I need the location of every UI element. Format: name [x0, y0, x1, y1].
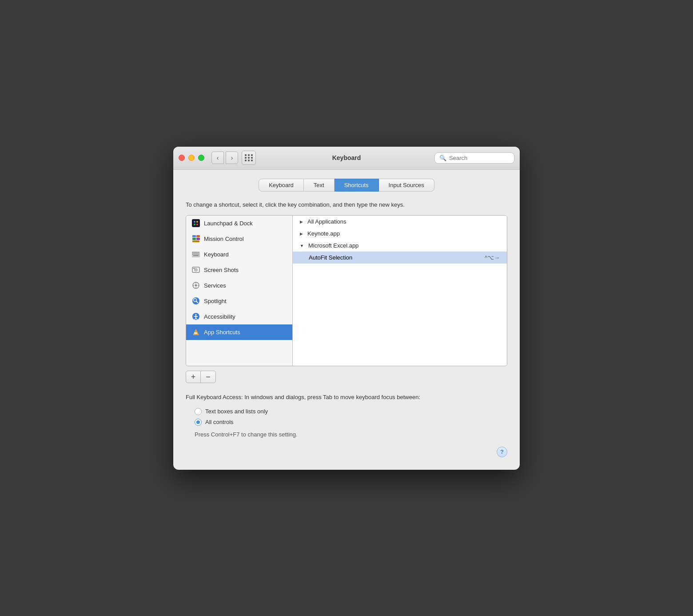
- content-area: Keyboard Text Shortcuts Input Sources To…: [173, 170, 520, 470]
- keyboard-icon: [191, 250, 200, 259]
- sidebar-item-app-shortcuts[interactable]: ✏ App Shortcuts: [186, 324, 292, 340]
- row-autofit-selection[interactable]: AutoFit Selection ^⌥→: [293, 252, 507, 264]
- tab-shortcuts[interactable]: Shortcuts: [335, 179, 379, 192]
- collapse-icon-all-apps: ▶: [300, 220, 303, 224]
- svg-point-1: [194, 221, 195, 223]
- radio-text-boxes[interactable]: Text boxes and lists only: [186, 406, 507, 417]
- sidebar-label-mission-control: Mission Control: [204, 236, 244, 242]
- right-panel: ▶ All Applications ▶ Keynote.app ▼ Micro…: [293, 216, 507, 366]
- launchpad-icon: [191, 219, 200, 228]
- svg-point-3: [194, 224, 195, 225]
- forward-button[interactable]: ›: [226, 152, 238, 164]
- tab-text[interactable]: Text: [304, 179, 335, 192]
- sidebar-item-screenshots[interactable]: Screen Shots: [186, 262, 292, 278]
- svg-rect-7: [192, 238, 196, 240]
- svg-rect-11: [192, 252, 193, 253]
- svg-rect-13: [195, 252, 196, 253]
- collapse-icon-keynote: ▶: [300, 232, 303, 236]
- keyboard-access-note: Press Control+F7 to change this setting.: [186, 431, 507, 438]
- add-button[interactable]: +: [186, 371, 201, 383]
- keyboard-preferences-window: ‹ › Keyboard 🔍 Keyboard Text Shortcuts I…: [173, 147, 520, 470]
- sidebar-item-mission-control[interactable]: Mission Control: [186, 231, 292, 247]
- svg-rect-21: [193, 255, 199, 256]
- sidebar-label-accessibility: Accessibility: [204, 313, 235, 320]
- svg-point-36: [195, 314, 197, 316]
- svg-rect-20: [198, 253, 199, 254]
- row-all-applications[interactable]: ▶ All Applications: [293, 216, 507, 228]
- svg-rect-6: [196, 235, 200, 237]
- svg-rect-5: [192, 235, 196, 237]
- radio-all-controls[interactable]: All controls: [186, 417, 507, 428]
- search-input[interactable]: [449, 155, 510, 161]
- svg-rect-16: [192, 253, 193, 254]
- svg-point-24: [195, 269, 196, 270]
- label-autofit-selection: AutoFit Selection: [309, 254, 352, 261]
- row-microsoft-excel[interactable]: ▼ Microsoft Excel.app: [293, 240, 507, 252]
- grid-view-button[interactable]: [242, 151, 256, 165]
- back-button[interactable]: ‹: [211, 152, 224, 164]
- svg-rect-17: [194, 253, 195, 254]
- svg-rect-12: [194, 252, 195, 253]
- spotlight-icon: [191, 296, 200, 305]
- sidebar-label-screenshots: Screen Shots: [204, 267, 239, 273]
- label-keynote: Keynote.app: [307, 230, 340, 237]
- remove-button[interactable]: −: [201, 371, 216, 383]
- accessibility-icon: [191, 312, 200, 321]
- services-icon: [191, 281, 200, 290]
- svg-point-2: [196, 221, 198, 223]
- row-keynote[interactable]: ▶ Keynote.app: [293, 228, 507, 240]
- sidebar-label-app-shortcuts: App Shortcuts: [204, 329, 240, 336]
- screenshots-icon: [191, 265, 200, 274]
- svg-rect-19: [196, 253, 197, 254]
- sidebar-item-keyboard[interactable]: Keyboard: [186, 247, 292, 262]
- minimize-button[interactable]: [188, 155, 195, 161]
- sidebar-label-keyboard: Keyboard: [204, 251, 229, 258]
- close-button[interactable]: [179, 155, 185, 161]
- svg-rect-18: [195, 253, 196, 254]
- radio-dot-all-controls: [196, 420, 200, 424]
- radio-label-all-controls: All controls: [205, 419, 234, 425]
- search-bar[interactable]: 🔍: [434, 152, 514, 164]
- keyboard-access-section: Full Keyboard Access: In windows and dia…: [186, 393, 507, 438]
- label-all-applications: All Applications: [307, 218, 346, 225]
- svg-rect-14: [196, 252, 197, 253]
- svg-text:✏: ✏: [194, 331, 198, 336]
- sidebar-label-launchpad: Launchpad & Dock: [204, 220, 253, 227]
- svg-rect-8: [196, 238, 200, 240]
- svg-point-4: [196, 224, 198, 225]
- traffic-lights: [179, 155, 204, 161]
- svg-rect-0: [192, 219, 200, 227]
- sidebar-item-spotlight[interactable]: Spotlight: [186, 293, 292, 309]
- tab-input-sources[interactable]: Input Sources: [379, 179, 434, 192]
- tab-keyboard[interactable]: Keyboard: [259, 179, 304, 192]
- help-button[interactable]: ?: [497, 447, 507, 457]
- shortcut-keys-autofit: ^⌥→: [485, 254, 500, 261]
- sidebar-item-services[interactable]: Services: [186, 278, 292, 293]
- mission-control-icon: [191, 234, 200, 243]
- search-icon: 🔍: [439, 155, 446, 161]
- nav-buttons: ‹ ›: [211, 152, 238, 164]
- main-panel: Launchpad & Dock Mission Control: [186, 215, 507, 366]
- titlebar: ‹ › Keyboard 🔍: [173, 147, 520, 170]
- keyboard-access-title: Full Keyboard Access: In windows and dia…: [186, 393, 507, 402]
- label-microsoft-excel: Microsoft Excel.app: [308, 242, 358, 249]
- sidebar-label-services: Services: [204, 282, 226, 289]
- svg-rect-9: [192, 240, 199, 242]
- tab-bar: Keyboard Text Shortcuts Input Sources: [186, 179, 507, 192]
- sidebar: Launchpad & Dock Mission Control: [186, 216, 293, 366]
- radio-circle-all-controls[interactable]: [195, 419, 202, 426]
- app-shortcuts-icon: ✏: [191, 328, 200, 336]
- svg-rect-25: [193, 268, 195, 269]
- sidebar-item-accessibility[interactable]: Accessibility: [186, 309, 292, 324]
- maximize-button[interactable]: [198, 155, 204, 161]
- collapse-icon-excel: ▼: [300, 244, 304, 248]
- svg-rect-15: [198, 252, 199, 253]
- radio-label-text-boxes: Text boxes and lists only: [205, 408, 268, 415]
- sidebar-item-launchpad[interactable]: Launchpad & Dock: [186, 216, 292, 231]
- window-title: Keyboard: [332, 154, 361, 161]
- sidebar-label-spotlight: Spotlight: [204, 298, 227, 304]
- svg-point-27: [195, 284, 197, 287]
- radio-circle-text-boxes[interactable]: [195, 408, 202, 415]
- panel-buttons: + −: [186, 371, 507, 383]
- help-area: ?: [186, 447, 507, 457]
